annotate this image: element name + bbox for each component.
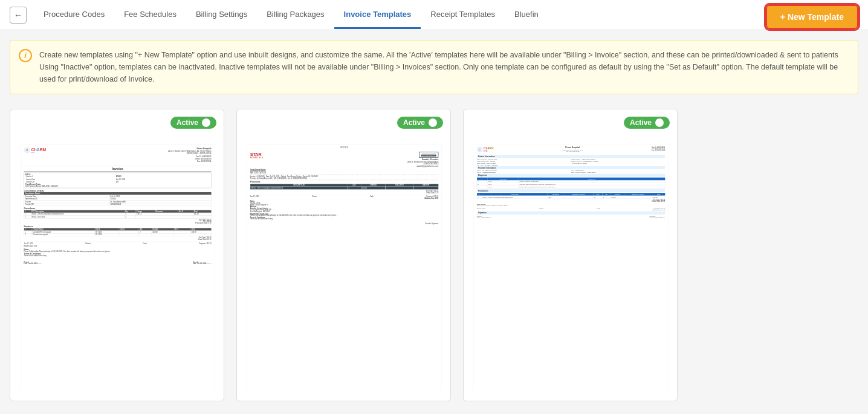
invoice-preview-3: C ChARM EHR Prime Hospital Address Line … <box>473 144 669 391</box>
new-template-button[interactable]: + New Template <box>766 5 858 29</box>
tab-billing-packages[interactable]: Billing Packages <box>257 1 334 29</box>
info-banner: i Create new templates using "+ New Temp… <box>10 40 858 94</box>
tab-bluefin[interactable]: Bluefin <box>505 1 548 29</box>
toggle-1[interactable] <box>202 118 210 127</box>
tab-fee-schedules[interactable]: Fee Schedules <box>114 1 186 29</box>
template-preview-1: C ChARM EHR Prime Hospital Lane 2, Bezan… <box>20 138 215 391</box>
template-card-3[interactable]: Active C ChARM EHR <box>463 109 678 401</box>
back-icon: ← <box>14 10 22 20</box>
back-button[interactable]: ← <box>10 7 27 24</box>
template-card-2[interactable]: Active INVOICE STAR HOSPITALS RECORD ID:… <box>236 109 451 401</box>
tab-receipt-templates[interactable]: Receipt Templates <box>421 1 505 29</box>
active-badge-3: Active <box>624 117 670 129</box>
toggle-3[interactable] <box>655 118 664 127</box>
templates-grid: Active C ChARM EHR <box>0 104 868 411</box>
tab-invoice-templates[interactable]: Invoice Templates <box>334 1 421 29</box>
active-badge-2: Active <box>397 117 443 129</box>
template-preview-3: C ChARM EHR Prime Hospital Address Line … <box>473 138 669 391</box>
toggle-2[interactable] <box>429 118 437 127</box>
top-navigation: ← Procedure Codes Fee Schedules Billing … <box>0 0 868 30</box>
nav-tabs: Procedure Codes Fee Schedules Billing Se… <box>34 1 858 28</box>
tab-billing-settings[interactable]: Billing Settings <box>186 1 257 29</box>
template-card-1[interactable]: Active C ChARM EHR <box>10 109 224 401</box>
invoice-preview-1: C ChARM EHR Prime Hospital Lane 2, Bezan… <box>20 144 215 391</box>
info-icon: i <box>19 49 32 62</box>
info-text: Create new templates using "+ New Templa… <box>39 51 838 83</box>
active-badge-1: Active <box>170 117 216 129</box>
invoice-preview-2: INVOICE STAR HOSPITALS RECORD ID: CH2163… <box>247 144 442 391</box>
template-preview-2: INVOICE STAR HOSPITALS RECORD ID: CH2163… <box>247 138 442 391</box>
tab-procedure-codes[interactable]: Procedure Codes <box>34 1 114 29</box>
